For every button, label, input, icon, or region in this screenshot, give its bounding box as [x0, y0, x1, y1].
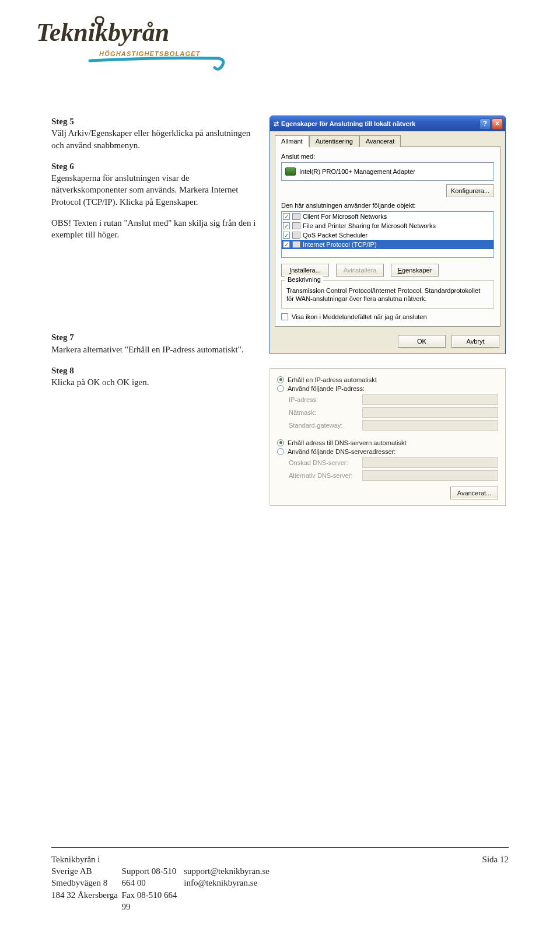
tab-advanced[interactable]: Avancerat — [359, 135, 401, 147]
dns1-label: Önskad DNS-server: — [289, 459, 359, 466]
properties-dialog: ⇄ Egenskaper för Anslutning till lokalt … — [270, 116, 506, 354]
list-item-selected: ✓ Internet Protocol (TCP/IP) — [282, 240, 494, 249]
checkbox-icon[interactable]: ✓ — [283, 241, 290, 248]
step5-body: Välj Arkiv/Egenskaper eller högerklicka … — [51, 128, 250, 149]
help-button[interactable]: ? — [480, 118, 491, 130]
footer-email2: info@teknikbyran.se — [184, 877, 270, 889]
dns1-field — [362, 457, 498, 468]
radio-auto-ip-label: Erhåll en IP-adress automatiskt — [288, 376, 377, 383]
dialog-title: Egenskaper för Anslutning till lokalt nä… — [281, 120, 415, 127]
adapter-name: Intel(R) PRO/100+ Management Adapter — [299, 168, 415, 175]
radio-auto-dns[interactable] — [277, 439, 284, 446]
checkbox-icon[interactable]: ✓ — [283, 222, 290, 229]
ok-button[interactable]: OK — [398, 335, 446, 348]
checkbox-icon[interactable]: ✓ — [283, 213, 290, 220]
footer-email1: support@teknikbyran.se — [184, 865, 270, 877]
component-icon — [292, 213, 300, 220]
checkbox-icon[interactable]: ✓ — [283, 232, 290, 239]
adapter-icon — [285, 167, 296, 176]
tray-label: Visa ikon i Meddelandefältet när jag är … — [292, 313, 427, 320]
footer-addr1: Smedbyvägen 8 — [51, 877, 122, 889]
properties-button[interactable]: Egenskaper — [391, 264, 439, 277]
uses-label: Den här anslutningen använder följande o… — [281, 202, 494, 209]
ip-field — [362, 394, 498, 405]
tab-general[interactable]: Allmänt — [275, 135, 309, 147]
adapter-box: Intel(R) PRO/100+ Management Adapter — [281, 162, 494, 181]
gw-label: Standard-gateway: — [289, 422, 359, 429]
footer-fax: Fax 08-510 664 99 — [122, 889, 184, 913]
step8-body: Klicka på OK och OK igen. — [51, 377, 149, 387]
step6-title: Steg 6 — [51, 162, 74, 171]
radio-manual-ip-label: Använd följande IP-adress: — [288, 385, 365, 392]
tab-auth[interactable]: Autentisering — [309, 135, 359, 147]
close-button[interactable]: × — [492, 118, 503, 130]
components-list[interactable]: ✓ Client For Microsoft Networks ✓ File a… — [281, 211, 494, 258]
cancel-button[interactable]: Avbryt — [452, 335, 499, 348]
step5-title: Steg 5 — [51, 117, 74, 126]
step7-title: Steg 7 — [51, 333, 74, 342]
list-item: ✓ File and Printer Sharing for Microsoft… — [282, 221, 494, 230]
dns2-label: Alternativ DNS-server: — [289, 472, 359, 479]
tray-checkbox[interactable]: ✓ — [281, 313, 288, 320]
dns2-field — [362, 470, 498, 481]
radio-manual-dns-label: Använd följande DNS-serveradresser: — [288, 448, 396, 455]
footer-page: Sida 12 — [270, 854, 509, 865]
advanced-button[interactable]: Avancerat... — [450, 487, 498, 499]
connect-with-label: Anslut med: — [281, 153, 494, 160]
gw-field — [362, 420, 498, 431]
step6-body2: OBS! Texten i rutan "Anslut med" kan ski… — [51, 218, 256, 239]
description-text: Transmission Control Protocol/Internet P… — [286, 286, 489, 303]
ip-settings-panel: Erhåll en IP-adress automatiskt Använd f… — [270, 368, 506, 506]
mask-field — [362, 407, 498, 418]
component-icon — [292, 241, 300, 248]
list-item: ✓ Client For Microsoft Networks — [282, 212, 494, 221]
component-icon — [292, 232, 300, 239]
step8-title: Steg 8 — [51, 366, 74, 375]
install-button[interactable]: IInstallera...nstallera... — [281, 264, 329, 277]
uninstall-button: Avinstallera — [336, 264, 384, 277]
radio-manual-ip[interactable] — [277, 385, 284, 392]
description-legend: Beskrivning — [285, 276, 323, 283]
mask-label: Nätmask: — [289, 409, 359, 416]
radio-manual-dns[interactable] — [277, 448, 284, 455]
footer-company: Teknikbyrån i Sverige AB — [51, 854, 122, 877]
footer-support: Support 08-510 664 00 — [122, 865, 184, 889]
radio-auto-ip[interactable] — [277, 376, 284, 383]
component-icon — [292, 222, 300, 229]
description-group: Beskrivning Transmission Control Protoco… — [281, 280, 494, 309]
configure-button[interactable]: Konfigurera... — [446, 184, 494, 197]
ip-label: IP-adress: — [289, 396, 359, 403]
footer-addr2: 184 32 Åkersberga — [51, 889, 122, 901]
logo-subtitle: HÖGHASTIGHETSBOLAGET — [99, 50, 201, 57]
logo: Teknikbyrån HÖGHASTIGHETSBOLAGET — [34, 16, 509, 75]
list-item: ✓ QoS Packet Scheduler — [282, 230, 494, 240]
step7-body: Markera alternativet "Erhåll en IP-adres… — [51, 345, 244, 354]
radio-auto-dns-label: Erhåll adress till DNS-servern automatis… — [288, 439, 407, 446]
step6-body1: Egenskaperna för anslutningen visar de n… — [51, 173, 238, 207]
page-footer: Teknikbyrån i Sverige AB Smedbyvägen 8 1… — [51, 847, 509, 912]
